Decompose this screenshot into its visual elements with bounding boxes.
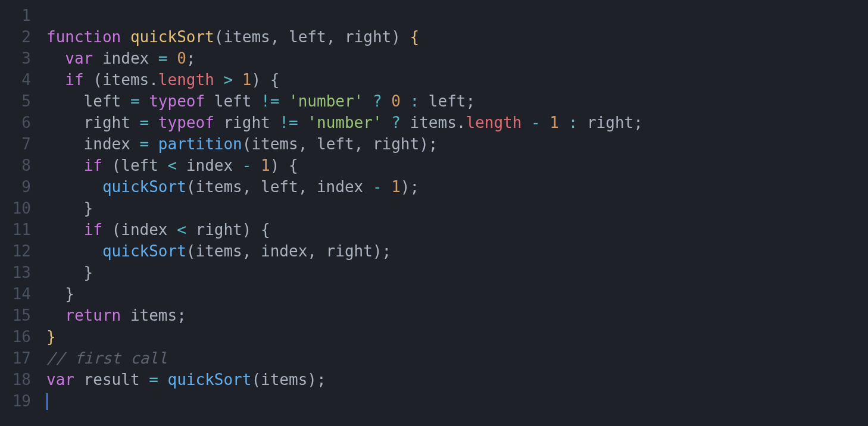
- token-op: =: [140, 114, 149, 131]
- token-num: 1: [242, 71, 252, 89]
- token-kw: if: [65, 71, 83, 89]
- token-punc: left: [46, 92, 130, 110]
- token-punc: [168, 49, 177, 67]
- line-number: 13: [0, 262, 31, 283]
- code-line[interactable]: return items;: [46, 305, 868, 326]
- token-punc: }: [46, 285, 74, 303]
- code-line[interactable]: // first call: [46, 347, 868, 369]
- line-number: 7: [0, 133, 31, 155]
- token-punc: left;: [419, 92, 475, 110]
- token-punc: }: [46, 264, 93, 281]
- token-punc: [382, 114, 392, 131]
- token-punc: (index: [102, 221, 177, 239]
- token-op: :: [569, 114, 578, 131]
- token-punc: }: [46, 199, 93, 217]
- code-line[interactable]: }: [46, 262, 868, 283]
- token-op: =: [130, 92, 140, 110]
- code-line[interactable]: }: [46, 326, 868, 347]
- code-line[interactable]: var result = quickSort(items);: [46, 369, 868, 390]
- token-punc: index: [93, 49, 158, 67]
- line-number: 19: [0, 390, 31, 412]
- token-punc: [149, 135, 158, 153]
- token-punc: [382, 178, 392, 196]
- token-str: 'number': [289, 92, 363, 110]
- token-punc: result: [74, 371, 149, 389]
- code-line[interactable]: index = partition(items, left, right);: [46, 133, 868, 155]
- token-kw: var: [46, 371, 74, 389]
- token-punc: [522, 114, 531, 131]
- token-punc: right) {: [186, 221, 270, 239]
- code-line[interactable]: if (items.length > 1) {: [46, 69, 868, 90]
- code-line[interactable]: right = typeof right != 'number' ? items…: [46, 112, 868, 133]
- token-op: >: [223, 71, 233, 89]
- line-number: 10: [0, 198, 31, 219]
- line-number: 3: [0, 48, 31, 69]
- line-number: 4: [0, 69, 31, 90]
- token-kw: if: [84, 156, 102, 174]
- line-number: 9: [0, 176, 31, 198]
- token-kw: return: [65, 306, 121, 324]
- token-punc: right;: [577, 114, 643, 131]
- token-op: -: [242, 156, 252, 174]
- token-punc: [214, 71, 224, 89]
- token-punc: ): [391, 28, 410, 46]
- code-editor[interactable]: 12345678910111213141516171819 function q…: [0, 0, 868, 426]
- token-param: left: [289, 28, 326, 46]
- token-punc: ) {: [251, 71, 279, 89]
- token-punc: items.: [401, 114, 466, 131]
- code-line[interactable]: [46, 5, 868, 26]
- token-fn-name: quickSort: [168, 371, 252, 389]
- code-line[interactable]: var index = 0;: [46, 48, 868, 69]
- token-num: 1: [549, 114, 559, 131]
- token-punc: ,: [270, 28, 289, 46]
- token-punc: [46, 221, 84, 239]
- token-punc: [251, 156, 261, 174]
- token-punc: [158, 371, 168, 389]
- token-punc: (items, left, right);: [242, 135, 438, 153]
- token-fn-decl: quickSort: [130, 28, 214, 46]
- code-line[interactable]: }: [46, 198, 868, 219]
- token-punc: (items, left, index: [186, 178, 373, 196]
- token-op: -: [531, 114, 541, 131]
- code-line[interactable]: function quickSort(items, left, right) {: [46, 26, 868, 48]
- line-number: 15: [0, 305, 31, 326]
- token-punc: [46, 71, 65, 89]
- token-op: <: [168, 156, 177, 174]
- token-op: !=: [261, 92, 279, 110]
- line-number-gutter: 12345678910111213141516171819: [0, 5, 46, 426]
- token-punc: [279, 92, 289, 110]
- token-punc: [140, 92, 149, 110]
- code-line[interactable]: [46, 390, 868, 412]
- token-str: 'number': [307, 114, 382, 131]
- token-fn-name: quickSort: [102, 242, 186, 260]
- token-prop: length: [158, 71, 214, 89]
- text-cursor: [46, 393, 48, 410]
- code-line[interactable]: if (left < index - 1) {: [46, 155, 868, 176]
- token-cmt: // first call: [46, 349, 168, 367]
- token-punc: [559, 114, 569, 131]
- token-punc: (items);: [251, 371, 326, 389]
- token-kw: typeof: [158, 114, 214, 131]
- code-line[interactable]: if (index < right) {: [46, 219, 868, 240]
- token-op: <: [177, 221, 186, 239]
- line-number: 1: [0, 5, 31, 26]
- token-punc: [46, 306, 65, 324]
- line-number: 17: [0, 347, 31, 369]
- token-kw: if: [84, 221, 102, 239]
- code-line[interactable]: }: [46, 283, 868, 305]
- line-number: 2: [0, 26, 31, 48]
- code-line[interactable]: quickSort(items, index, right);: [46, 240, 868, 262]
- token-punc: [46, 242, 102, 260]
- token-param: items: [223, 28, 270, 46]
- code-line[interactable]: left = typeof left != 'number' ? 0 : lef…: [46, 90, 868, 112]
- token-num: 1: [261, 156, 270, 174]
- token-param: right: [345, 28, 391, 46]
- token-fn-name: quickSort: [102, 178, 186, 196]
- code-area[interactable]: function quickSort(items, left, right) {…: [46, 5, 868, 426]
- code-line[interactable]: quickSort(items, left, index - 1);: [46, 176, 868, 198]
- token-punc: [121, 28, 130, 46]
- token-op: ?: [391, 114, 401, 131]
- line-number: 14: [0, 283, 31, 305]
- token-kw: var: [65, 49, 93, 67]
- token-kw: typeof: [149, 92, 205, 110]
